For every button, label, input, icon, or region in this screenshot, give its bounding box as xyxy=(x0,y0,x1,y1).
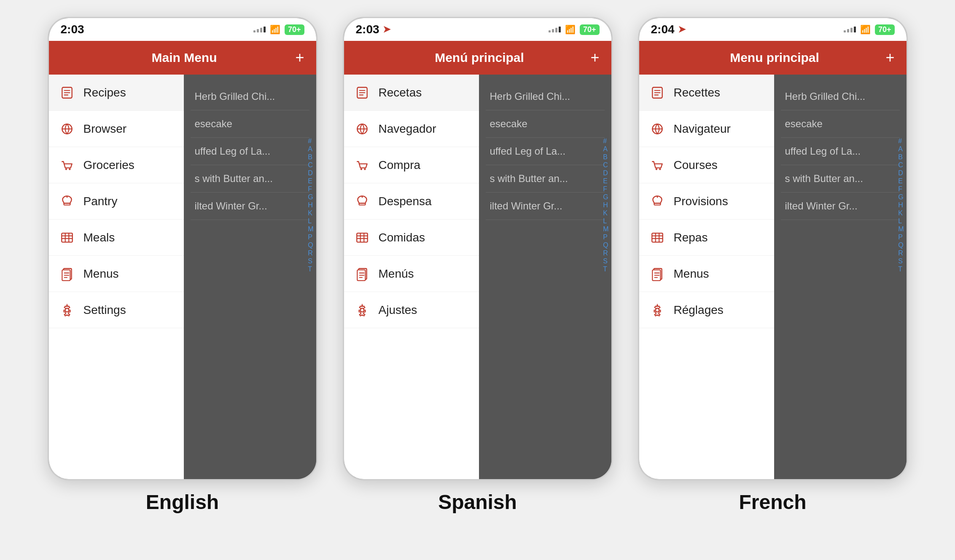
alpha-letter[interactable]: A xyxy=(603,146,608,153)
alpha-letter[interactable]: G xyxy=(308,194,313,201)
alpha-letter[interactable]: M xyxy=(603,226,608,233)
alpha-letter[interactable]: M xyxy=(898,226,904,233)
content-row[interactable]: ilted Winter Gr... xyxy=(486,193,605,220)
menu-item-menus[interactable]: Menus xyxy=(639,256,774,292)
menu-item-meals[interactable]: Comidas xyxy=(344,220,479,256)
content-row[interactable]: esecake xyxy=(486,110,605,138)
alpha-letter[interactable]: Q xyxy=(308,242,313,249)
nav-plus-button[interactable]: + xyxy=(295,49,304,67)
alpha-letter[interactable]: G xyxy=(603,194,608,201)
alpha-letter[interactable]: Q xyxy=(603,242,608,249)
alpha-letter[interactable]: K xyxy=(898,210,904,217)
content-row-text: uffed Leg of La... xyxy=(195,145,271,157)
alpha-letter[interactable]: D xyxy=(308,170,313,177)
menu-item-menus[interactable]: Menús xyxy=(344,256,479,292)
alpha-letter[interactable]: F xyxy=(898,186,904,193)
menu-item-meals[interactable]: Meals xyxy=(49,220,184,256)
menu-item-groceries[interactable]: Groceries xyxy=(49,147,184,183)
nav-title: Main Menu xyxy=(73,51,296,65)
alpha-letter[interactable]: D xyxy=(603,170,608,177)
alpha-letter[interactable]: S xyxy=(898,258,904,265)
content-row[interactable]: ilted Winter Gr... xyxy=(191,193,309,220)
alpha-letter[interactable]: E xyxy=(308,178,313,185)
alpha-letter[interactable]: L xyxy=(898,218,904,225)
menu-item-settings[interactable]: Settings xyxy=(49,292,184,328)
nav-plus-button[interactable]: + xyxy=(590,49,599,67)
menu-item-pantry[interactable]: Pantry xyxy=(49,183,184,220)
content-panel: Herb Grilled Chi...esecakeuffed Leg of L… xyxy=(479,75,611,479)
alpha-letter[interactable]: # xyxy=(603,138,608,145)
content-row[interactable]: uffed Leg of La... xyxy=(486,138,605,165)
menu-item-menus[interactable]: Menus xyxy=(49,256,184,292)
alpha-letter[interactable]: # xyxy=(898,138,904,145)
content-row[interactable]: esecake xyxy=(191,110,309,138)
alpha-letter[interactable]: R xyxy=(308,250,313,257)
alpha-letter[interactable]: A xyxy=(898,146,904,153)
content-row[interactable]: s with Butter an... xyxy=(781,165,900,193)
menu-item-pantry[interactable]: Provisions xyxy=(639,183,774,220)
alpha-letter[interactable]: K xyxy=(308,210,313,217)
alpha-letter[interactable]: F xyxy=(603,186,608,193)
menu-item-label-settings: Réglages xyxy=(674,303,724,317)
alpha-letter[interactable]: L xyxy=(308,218,313,225)
alpha-letter[interactable]: A xyxy=(308,146,313,153)
menu-item-groceries[interactable]: Compra xyxy=(344,147,479,183)
alpha-letter[interactable]: Q xyxy=(898,242,904,249)
alpha-letter[interactable]: R xyxy=(603,250,608,257)
content-row[interactable]: uffed Leg of La... xyxy=(191,138,309,165)
alpha-letter[interactable]: M xyxy=(308,226,313,233)
svg-rect-50 xyxy=(654,203,660,205)
alpha-letter[interactable]: T xyxy=(308,266,313,273)
alpha-letter[interactable]: B xyxy=(603,154,608,161)
svg-rect-10 xyxy=(62,233,73,242)
alpha-letter[interactable]: S xyxy=(603,258,608,265)
menu-item-label-meals: Meals xyxy=(83,231,115,244)
menu-item-groceries[interactable]: Courses xyxy=(639,147,774,183)
content-row[interactable]: s with Butter an... xyxy=(486,165,605,193)
content-row[interactable]: ilted Winter Gr... xyxy=(781,193,900,220)
content-row[interactable]: uffed Leg of La... xyxy=(781,138,900,165)
menu-item-browser[interactable]: Navegador xyxy=(344,111,479,147)
alpha-letter[interactable]: T xyxy=(898,266,904,273)
menu-item-browser[interactable]: Navigateur xyxy=(639,111,774,147)
content-row[interactable]: Herb Grilled Chi... xyxy=(781,83,900,110)
menu-item-pantry[interactable]: Despensa xyxy=(344,183,479,220)
alpha-letter[interactable]: B xyxy=(308,154,313,161)
alpha-letter[interactable]: C xyxy=(308,162,313,169)
alpha-letter[interactable]: G xyxy=(898,194,904,201)
alpha-letter[interactable]: P xyxy=(603,234,608,241)
alpha-letter[interactable]: B xyxy=(898,154,904,161)
alpha-letter[interactable]: H xyxy=(308,202,313,209)
menu-item-settings[interactable]: Réglages xyxy=(639,292,774,328)
status-bar: 2:03 📶 70+ xyxy=(49,18,316,41)
alpha-letter[interactable]: D xyxy=(898,170,904,177)
content-row[interactable]: esecake xyxy=(781,110,900,138)
content-row[interactable]: Herb Grilled Chi... xyxy=(486,83,605,110)
alpha-letter[interactable]: E xyxy=(898,178,904,185)
alpha-letter[interactable]: L xyxy=(603,218,608,225)
menu-item-recipes[interactable]: Recipes xyxy=(49,75,184,111)
menu-item-settings[interactable]: Ajustes xyxy=(344,292,479,328)
alpha-letter[interactable]: C xyxy=(898,162,904,169)
alpha-letter[interactable]: H xyxy=(898,202,904,209)
alpha-letter[interactable]: T xyxy=(603,266,608,273)
alpha-letter[interactable]: P xyxy=(308,234,313,241)
menu-item-recipes[interactable]: Recetas xyxy=(344,75,479,111)
alpha-letter[interactable]: P xyxy=(898,234,904,241)
menu-item-meals[interactable]: Repas xyxy=(639,220,774,256)
alpha-letter[interactable]: H xyxy=(603,202,608,209)
status-time: 2:03 ➤ xyxy=(356,23,390,36)
alpha-letter[interactable]: C xyxy=(603,162,608,169)
alpha-letter[interactable]: E xyxy=(603,178,608,185)
menu-item-browser[interactable]: Browser xyxy=(49,111,184,147)
nav-plus-button[interactable]: + xyxy=(885,49,894,67)
content-row[interactable]: s with Butter an... xyxy=(191,165,309,193)
phone-label-french: French xyxy=(739,490,806,514)
alpha-letter[interactable]: S xyxy=(308,258,313,265)
menu-item-recipes[interactable]: Recettes xyxy=(639,75,774,111)
content-row[interactable]: Herb Grilled Chi... xyxy=(191,83,309,110)
alpha-letter[interactable]: R xyxy=(898,250,904,257)
alpha-letter[interactable]: K xyxy=(603,210,608,217)
alpha-letter[interactable]: # xyxy=(308,138,313,145)
alpha-letter[interactable]: F xyxy=(308,186,313,193)
